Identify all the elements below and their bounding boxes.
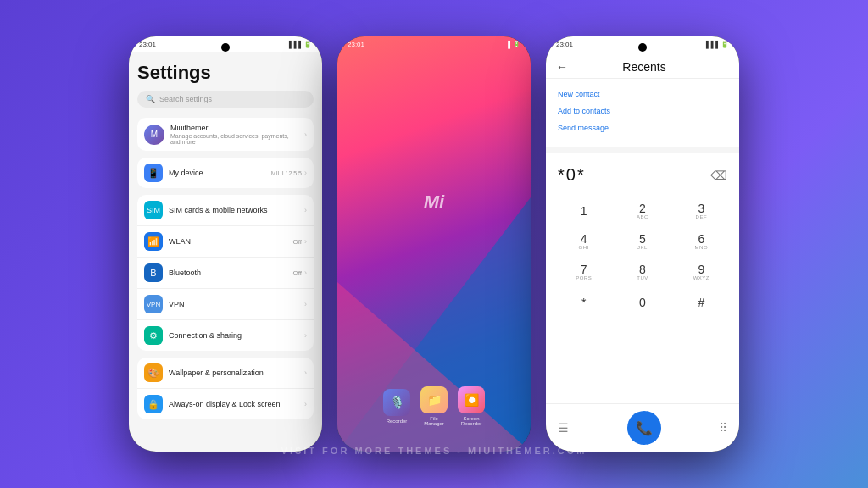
connection-icon: ⚙ (144, 326, 163, 345)
sim-content: SIM cards & mobile networks (169, 206, 298, 214)
wifi-icon: 📶 (144, 232, 163, 251)
key-5[interactable]: 5 JKL (626, 228, 659, 255)
account-content: Miuithemer Manage accounts, cloud servic… (170, 124, 298, 145)
sim-item[interactable]: SIM SIM cards & mobile networks › (137, 195, 314, 226)
key-0-num: 0 (639, 297, 646, 308)
menu-icon[interactable]: ☰ (558, 421, 569, 435)
display-item[interactable]: 🔒 Always-on display & Lock screen › (137, 389, 314, 419)
bluetooth-value: Off (292, 269, 302, 277)
sim-right: › (304, 206, 307, 214)
call-button[interactable]: 📞 (627, 411, 661, 445)
mydevice-section: 📱 My device MIUI 12.5.5 › (137, 158, 314, 188)
key-3[interactable]: 3 DEF (684, 197, 718, 225)
search-icon: 🔍 (146, 95, 155, 103)
wlan-chevron-icon: › (304, 237, 307, 246)
key-2-letters: ABC (637, 214, 648, 219)
key-9[interactable]: 9 WXYZ (684, 258, 718, 286)
key-2[interactable]: 2 ABC (626, 197, 659, 225)
new-contact-action[interactable]: New contact (558, 86, 727, 103)
key-1[interactable]: 1 (567, 197, 601, 225)
dialer-header: ← Recents (546, 52, 739, 79)
bluetooth-label: Bluetooth (169, 269, 287, 277)
miui-badge: MIUI 12.5.5 (271, 170, 302, 176)
dialer-battery-icon: 🔋 (721, 41, 729, 48)
filemanager-app[interactable]: 📁 File Manager (420, 386, 448, 426)
vpn-right: › (304, 300, 307, 308)
account-item[interactable]: M Miuithemer Manage accounts, cloud serv… (137, 118, 314, 151)
key-8[interactable]: 8 TUV (626, 258, 659, 286)
key-star[interactable]: * (567, 289, 601, 316)
recents-title: Recents (575, 60, 714, 74)
phone-dialer: 23:01 ▐▐▐ 🔋 ← Recents New contact Add to… (546, 36, 739, 452)
wallpaper-item[interactable]: 🎨 Wallpaper & personalization › (137, 358, 314, 389)
key-9-letters: WXYZ (693, 275, 709, 280)
key-3-num: 3 (698, 202, 704, 214)
wlan-label: WLAN (169, 237, 287, 246)
key-7[interactable]: 7 PQRS (567, 258, 601, 286)
account-subtitle: Manage accounts, cloud services, payment… (170, 133, 298, 145)
sim-icon: SIM (144, 201, 163, 219)
key-0[interactable]: 0 (626, 289, 659, 316)
bluetooth-content: Bluetooth (169, 269, 287, 277)
recorder-app[interactable]: 🎙️ Recorder (383, 389, 410, 424)
vpn-icon: VPN (144, 295, 163, 313)
keypad-row-2: 4 GHI 5 JKL 6 MNO (554, 228, 731, 255)
wallpaper-label: Wallpaper & personalization (169, 369, 298, 377)
dialer-bottom: ☰ 📞 ⠿ (546, 403, 739, 452)
key-1-num: 1 (581, 205, 587, 217)
mydevice-item[interactable]: 📱 My device MIUI 12.5.5 › (137, 158, 314, 188)
dialer-actions: New contact Add to contacts Send message (546, 79, 739, 143)
dialpad-icon[interactable]: ⠿ (719, 421, 727, 435)
wlan-item[interactable]: 📶 WLAN Off › (137, 226, 314, 258)
dialer-status-time: 23:01 (556, 41, 573, 48)
add-contact-action[interactable]: Add to contacts (558, 103, 727, 119)
key-hash-num: # (698, 297, 704, 308)
back-button[interactable]: ← (556, 60, 568, 74)
wallpaper-right: › (304, 369, 307, 377)
dial-number: *0* (558, 165, 586, 185)
vpn-label: VPN (169, 300, 298, 308)
key-6[interactable]: 6 MNO (684, 228, 718, 255)
chevron-right-icon: › (304, 130, 307, 139)
key-8-letters: TUV (637, 275, 648, 280)
key-4[interactable]: 4 GHI (567, 228, 601, 255)
account-chevron: › (304, 130, 307, 139)
sim-chevron-icon: › (304, 206, 307, 214)
backspace-icon[interactable]: ⌫ (710, 169, 727, 182)
mydevice-right: MIUI 12.5.5 › (271, 169, 307, 177)
key-4-num: 4 (581, 233, 587, 245)
wallpaper-chevron-icon: › (304, 369, 307, 377)
key-5-num: 5 (639, 233, 646, 245)
mydevice-content: My device (169, 169, 265, 177)
mydevice-label: My device (169, 169, 265, 177)
phones-container: 23:01 ▐▐▐ 🔋 Settings 🔍 Search settings M… (129, 36, 739, 452)
watermark: VISIT FOR MORE THEMES - MIUITHEMER.COM (281, 446, 587, 456)
key-6-num: 6 (698, 233, 704, 245)
wlan-content: WLAN (169, 237, 287, 246)
screenrecorder-app[interactable]: ⏺️ Screen Recorder (458, 386, 485, 426)
connection-item[interactable]: ⚙ Connection & sharing › (137, 320, 314, 351)
phone-home: 23:01 ▐ 🔋 Mi 🎙️ Recorder 📁 File Manager … (337, 36, 531, 452)
key-6-letters: MNO (695, 245, 709, 250)
filemanager-label: File Manager (420, 416, 448, 426)
camera-hole (221, 43, 230, 52)
wlan-value: Off (292, 238, 302, 246)
home-status-bar: 23:01 ▐ 🔋 (337, 36, 531, 52)
dialer-status-icons: ▐▐▐ 🔋 (704, 41, 729, 48)
send-message-action[interactable]: Send message (558, 119, 727, 136)
vpn-item[interactable]: VPN VPN › (137, 289, 314, 320)
recorder-label: Recorder (387, 419, 408, 424)
key-hash[interactable]: # (684, 289, 718, 316)
keypad-row-4: * 0 # (554, 289, 731, 316)
settings-title: Settings (137, 62, 314, 84)
dial-display: *0* ⌫ (546, 157, 739, 193)
recorder-icon: 🎙️ (383, 389, 410, 416)
battery-icon: 🔋 (303, 41, 312, 48)
keypad-row-1: 1 2 ABC 3 DEF (554, 197, 731, 225)
key-star-num: * (581, 297, 586, 308)
screenrecorder-label: Screen Recorder (458, 416, 485, 426)
search-bar[interactable]: 🔍 Search settings (137, 91, 314, 108)
phone-settings: 23:01 ▐▐▐ 🔋 Settings 🔍 Search settings M… (129, 36, 322, 452)
bluetooth-item[interactable]: B Bluetooth Off › (137, 258, 314, 289)
display-right: › (304, 400, 307, 408)
